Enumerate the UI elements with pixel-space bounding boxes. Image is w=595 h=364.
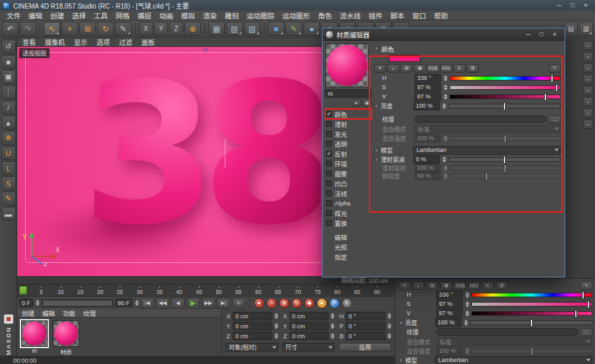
channel-fog[interactable]: 烟雾 (325, 168, 372, 178)
diffuse-level-slider[interactable] (450, 166, 561, 170)
material-thumbnail[interactable] (53, 320, 79, 347)
maximize-button[interactable]: □ (566, 2, 579, 9)
spectrum-icon[interactable]: ▤ (426, 281, 438, 290)
go-to-end-button[interactable]: ▶| (217, 298, 230, 309)
menu-mesh[interactable]: 网格 (112, 11, 134, 20)
checkbox-icon[interactable] (326, 190, 332, 196)
kelvin-mode-icon[interactable]: K (454, 64, 465, 73)
rgb-mode-icon[interactable]: RGB (454, 281, 466, 290)
brightness-value-field[interactable]: 100 % (413, 102, 440, 110)
checkbox-icon[interactable] (326, 180, 332, 186)
slider-handle[interactable] (531, 347, 534, 355)
compact-mode-icon[interactable]: ▾ (399, 281, 411, 290)
menu-edit[interactable]: 编辑 (24, 11, 46, 20)
channel-illumination[interactable]: 光照 (325, 242, 372, 252)
slider-handle[interactable] (587, 301, 590, 309)
menu-pipeline[interactable]: 流水线 (336, 11, 365, 20)
value-value-field[interactable]: 87 % (415, 92, 441, 101)
menu-create[interactable]: 创建 (46, 11, 68, 20)
roughness-slider[interactable] (450, 174, 561, 178)
lock-axis-icon[interactable]: L (1, 161, 16, 175)
mix-strength-slider[interactable] (450, 136, 561, 141)
mix-mode-dropdown[interactable]: 标准 (436, 338, 592, 346)
interface-layout-b-icon[interactable]: ▥ (579, 22, 593, 36)
last-tool-icon[interactable]: ✎ (115, 22, 132, 36)
side-panel-icon[interactable]: ▪ (583, 86, 593, 95)
subdivision-surface-icon[interactable]: ● (303, 22, 320, 36)
mix-strength-slider[interactable] (471, 349, 592, 353)
spinner[interactable] (444, 94, 448, 100)
dialog-titlebar[interactable]: 材质编辑器 ─ □ × (323, 28, 565, 41)
record-scale-toggle[interactable]: ⊞ (279, 298, 290, 309)
side-panel-icon[interactable]: ▪ (583, 97, 593, 106)
dialog-minimize-button[interactable]: ─ (522, 31, 535, 38)
spinner[interactable] (274, 323, 278, 329)
channel-luminance[interactable]: 发光 (325, 129, 372, 139)
material-preview[interactable] (325, 44, 369, 87)
side-panel-icon[interactable]: ▪ (583, 41, 593, 50)
channel-diffusion[interactable]: 漫射 (325, 119, 372, 129)
channel-alpha[interactable]: Alpha (325, 198, 372, 208)
menu-mograph[interactable]: 运动图形 (278, 11, 314, 20)
live-selection-icon[interactable]: ↖ (44, 22, 60, 36)
axis-mode-icon[interactable]: ⊕ (1, 131, 16, 145)
dialog-close-button[interactable]: × (548, 31, 561, 38)
viewport-menu-options[interactable]: 选项 (97, 37, 110, 47)
paint-tool-icon[interactable]: ✎ (1, 192, 16, 205)
record-parameter-toggle[interactable]: ◆ (304, 298, 315, 309)
view-label[interactable]: 透视视图 (19, 48, 50, 58)
hsv-mode-icon[interactable]: HSV (440, 64, 452, 73)
undo-icon[interactable]: ↶ (2, 22, 19, 36)
end-frame-field[interactable]: 90 F (115, 299, 132, 307)
material-menu-function[interactable]: 功能 (63, 309, 75, 318)
keyframe-dot[interactable] (374, 157, 379, 162)
go-to-start-button[interactable]: |◀ (141, 298, 154, 309)
menu-character[interactable]: 角色 (314, 11, 336, 20)
timeline-scrollbar-handle[interactable] (43, 301, 112, 306)
snap-magnet-icon[interactable]: U (1, 146, 16, 160)
size-mode-dropdown[interactable]: 尺寸 (282, 343, 335, 351)
material-item[interactable]: m (21, 320, 48, 355)
previous-key-button[interactable]: ◀◀ (156, 298, 169, 309)
start-frame-field[interactable]: 0 F (19, 299, 33, 307)
timeline-scrollbar[interactable] (42, 299, 113, 307)
viewport-menu-cameras[interactable]: 摄像机 (45, 37, 65, 47)
rgb-mode-icon[interactable]: RGB (427, 64, 439, 73)
viewport-menu-panel[interactable]: 面板 (141, 37, 155, 47)
side-panel-icon[interactable]: ▪ (583, 120, 593, 129)
timeline-ruler[interactable]: 0 5 10 15 20 25 30 35 40 45 50 55 60 65 … (17, 284, 395, 296)
spinner[interactable] (444, 135, 448, 141)
hue-value-field[interactable]: 336 ° (415, 74, 441, 83)
value-slider[interactable] (450, 94, 561, 99)
color-wheel-icon[interactable]: ◐ (387, 64, 399, 73)
apply-button[interactable]: 应用 (338, 343, 391, 351)
auto-keying-toggle[interactable]: ● (317, 298, 327, 309)
color-swatch[interactable] (389, 55, 420, 62)
menu-select[interactable]: 选择 (68, 11, 90, 20)
slider-handle[interactable] (485, 172, 488, 180)
previous-frame-button[interactable]: ◀ (171, 298, 184, 309)
mix-strength-value-field[interactable]: 100 % (415, 134, 441, 143)
texture-field[interactable] (415, 116, 547, 123)
lock-z-axis-icon[interactable]: Z (169, 22, 183, 36)
side-panel-icon[interactable]: ▪ (583, 52, 593, 61)
spinner[interactable] (465, 310, 469, 316)
size-y-field[interactable]: 0 cm (290, 322, 329, 330)
roughness-value-field[interactable]: 50 % (415, 172, 441, 180)
solo-mode-icon[interactable]: S (1, 176, 16, 190)
value-slider[interactable] (471, 311, 592, 316)
slider-handle[interactable] (582, 291, 584, 299)
coordinate-system-icon[interactable]: ⊕ (184, 22, 201, 36)
spinner[interactable] (274, 313, 278, 319)
spinner[interactable] (442, 157, 446, 163)
image-color-icon[interactable]: ▦ (414, 64, 426, 73)
menu-animate[interactable]: 动画 (155, 11, 177, 20)
channel-bump[interactable]: 凹凸 (325, 178, 372, 188)
eyedropper-icon[interactable]: ✎ (549, 64, 561, 73)
menu-render[interactable]: 渲染 (199, 11, 221, 20)
model-mode-icon[interactable]: ■ (1, 55, 16, 69)
size-z-field[interactable]: 0 cm (290, 332, 329, 340)
keyframe-dot[interactable] (374, 104, 379, 108)
hue-slider[interactable] (471, 293, 592, 297)
spinner[interactable] (444, 85, 448, 91)
